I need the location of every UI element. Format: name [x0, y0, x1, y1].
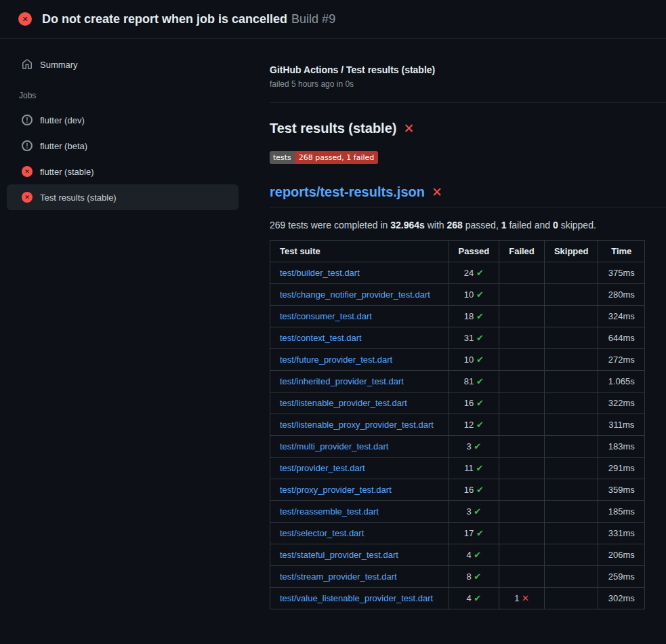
passed-cell: 10 ✔ — [449, 284, 499, 306]
run-header: ✕ Do not create report when job is cance… — [0, 0, 666, 39]
sidebar-summary-label: Summary — [40, 60, 78, 70]
check-icon: ✔ — [474, 593, 481, 603]
failed-cell — [499, 458, 545, 479]
time-cell: 183ms — [598, 436, 645, 458]
summary-text: passed, — [463, 220, 501, 230]
divider — [270, 102, 666, 103]
job-label: flutter (beta) — [40, 141, 87, 151]
job-label: flutter (stable) — [40, 167, 93, 177]
table-row: test/future_provider_test.dart10 ✔272ms — [270, 349, 645, 371]
passed-cell: 4 ✔ — [449, 544, 499, 566]
passed-count: 16 — [464, 485, 474, 495]
test-suite-link[interactable]: test/listenable_proxy_provider_test.dart — [280, 420, 434, 430]
time-cell: 375ms — [598, 262, 645, 284]
suite-cell: test/value_listenable_provider_test.dart — [270, 588, 449, 609]
check-icon: ✔ — [476, 420, 484, 430]
table-row: test/stateful_provider_test.dart4 ✔206ms — [270, 544, 645, 566]
skipped-cell — [544, 393, 598, 414]
suite-cell: test/reassemble_test.dart — [270, 501, 449, 523]
check-icon: ✔ — [476, 311, 484, 321]
test-suite-link[interactable]: test/builder_test.dart — [280, 268, 360, 278]
test-suite-link[interactable]: test/inherited_provider_test.dart — [280, 376, 404, 386]
test-suite-link[interactable]: test/stream_provider_test.dart — [280, 571, 397, 582]
jobs-list: !flutter (dev)!flutter (beta)✕flutter (s… — [7, 107, 238, 210]
skipped-cell — [544, 371, 598, 393]
header-time: Time — [598, 241, 645, 262]
suite-cell: test/builder_test.dart — [270, 262, 449, 284]
x-icon: ✕ — [522, 593, 529, 603]
failed-cell: 1 ✕ — [499, 588, 545, 609]
failed-cell — [499, 262, 545, 284]
page-title: Do not create report when job is cancell… — [42, 12, 335, 26]
passed-count: 81 — [464, 376, 474, 386]
check-icon: ✔ — [474, 441, 481, 451]
test-suite-link[interactable]: test/reassemble_test.dart — [280, 506, 379, 517]
table-row: test/listenable_proxy_provider_test.dart… — [270, 414, 645, 436]
report-file-link[interactable]: reports/test-results.json — [270, 184, 425, 200]
suite-cell: test/future_provider_test.dart — [270, 349, 449, 371]
test-suite-link[interactable]: test/proxy_provider_test.dart — [280, 485, 392, 495]
check-icon: ✔ — [474, 550, 481, 560]
test-suite-link[interactable]: test/selector_test.dart — [280, 528, 364, 538]
time-cell: 311ms — [598, 414, 645, 436]
passed-cell: 8 ✔ — [449, 566, 499, 588]
suite-cell: test/stateful_provider_test.dart — [270, 544, 449, 566]
sidebar-item-flutter-stable[interactable]: ✕flutter (stable) — [7, 159, 238, 184]
failed-count: 1 — [514, 593, 519, 603]
passed-cell: 17 ✔ — [449, 523, 499, 544]
test-suite-link[interactable]: test/listenable_provider_test.dart — [280, 398, 407, 408]
test-suite-link[interactable]: test/multi_provider_test.dart — [280, 441, 388, 451]
passed-count: 31 — [464, 333, 474, 343]
x-circle-icon: ✕ — [22, 192, 33, 203]
run-meta: failed 5 hours ago in 0s — [270, 79, 645, 89]
passed-count: 10 — [464, 355, 474, 365]
suite-cell: test/selector_test.dart — [270, 523, 449, 544]
passed-cell: 24 ✔ — [449, 262, 499, 284]
sidebar-item-summary[interactable]: Summary — [7, 52, 238, 77]
test-suite-link[interactable]: test/consumer_test.dart — [280, 311, 372, 321]
passed-count: 24 — [464, 268, 474, 278]
time-cell: 291ms — [598, 458, 645, 479]
test-suite-link[interactable]: test/provider_test.dart — [280, 463, 365, 473]
time-cell: 185ms — [598, 501, 645, 523]
table-row: test/multi_provider_test.dart3 ✔183ms — [270, 436, 645, 458]
check-icon: ✔ — [476, 289, 484, 300]
table-row: test/proxy_provider_test.dart16 ✔359ms — [270, 479, 645, 501]
x-circle-icon: ✕ — [22, 166, 33, 177]
table-row: test/inherited_provider_test.dart81 ✔1.0… — [270, 371, 645, 393]
summary-text: failed and — [507, 220, 554, 230]
time-cell: 324ms — [598, 306, 645, 327]
failed-cell — [499, 284, 545, 306]
passed-cell: 16 ✔ — [449, 479, 499, 501]
test-suite-link[interactable]: test/stateful_provider_test.dart — [280, 550, 398, 560]
test-suite-link[interactable]: test/value_listenable_provider_test.dart — [280, 593, 433, 603]
sidebar-item-flutter-dev[interactable]: !flutter (dev) — [7, 107, 238, 133]
time-cell: 1.065s — [598, 371, 645, 393]
table-row: test/value_listenable_provider_test.dart… — [270, 588, 645, 609]
sidebar-item-test-results-stable[interactable]: ✕Test results (stable) — [7, 184, 238, 210]
breadcrumb: GitHub Actions / Test results (stable) — [270, 64, 645, 75]
check-icon: ✔ — [476, 485, 484, 495]
suite-cell: test/provider_test.dart — [270, 458, 449, 479]
skipped-cell — [544, 306, 598, 327]
time-cell: 359ms — [598, 479, 645, 501]
test-suite-link[interactable]: test/future_provider_test.dart — [280, 355, 392, 365]
jobs-section-label: Jobs — [7, 77, 238, 107]
failed-cell — [499, 327, 545, 349]
failed-cell — [499, 306, 545, 327]
passed-count: 4 — [466, 550, 471, 560]
test-suite-link[interactable]: test/context_test.dart — [280, 333, 362, 343]
failed-cell — [499, 479, 545, 501]
time-cell: 644ms — [598, 327, 645, 349]
sidebar-item-flutter-beta[interactable]: !flutter (beta) — [7, 133, 238, 159]
alert-circle-icon: ! — [22, 115, 33, 125]
sidebar: Summary Jobs !flutter (dev)!flutter (bet… — [0, 39, 251, 644]
suite-cell: test/context_test.dart — [270, 327, 449, 349]
time-cell: 259ms — [598, 566, 645, 588]
table-row: test/listenable_provider_test.dart16 ✔32… — [270, 393, 645, 414]
check-icon: ✔ — [476, 333, 484, 343]
passed-count: 12 — [464, 420, 474, 430]
test-suite-link[interactable]: test/change_notifier_provider_test.dart — [280, 289, 430, 300]
skipped-cell — [544, 588, 598, 609]
table-row: test/reassemble_test.dart3 ✔185ms — [270, 501, 645, 523]
